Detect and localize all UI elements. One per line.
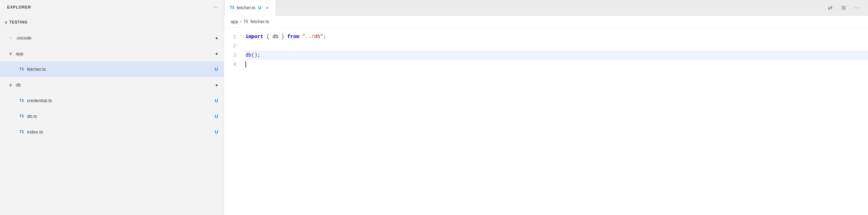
code-line-3: db (); (245, 51, 868, 60)
line-num-1: 1 (224, 32, 236, 41)
tab-bar: TS fetcher.ts U × ⇄ ⧉ ··· (224, 0, 868, 16)
sidebar: EXPLORER ··· ∨ TESTING › .vscode ● ∨ app… (0, 0, 224, 215)
testing-chevron: ∨ (4, 20, 8, 25)
db-ts-icon: TS (18, 114, 26, 119)
db-ts-badge: U (215, 114, 218, 119)
code-line-2 (245, 41, 868, 51)
punct-brace-close: } (278, 32, 287, 41)
punct-parens-semi: (); (252, 51, 260, 60)
fetcher-ts-icon: TS (18, 67, 26, 72)
index-badge: U (215, 129, 218, 135)
punct-space (299, 32, 302, 41)
breadcrumb: app > TS fetcher.ts (224, 16, 868, 28)
db-label: db (16, 82, 215, 88)
app-label: app (16, 51, 215, 56)
index-ts-icon: TS (18, 130, 26, 134)
sidebar-item-app[interactable]: ∨ app ● (0, 46, 224, 61)
db-badge: ● (215, 82, 218, 88)
credential-label: credential.ts (27, 98, 215, 103)
punct-brace-open: { (263, 32, 272, 41)
line-numbers: 1 2 3 4 (224, 28, 243, 215)
git-diff-button[interactable]: ⇄ (825, 2, 835, 13)
split-editor-button[interactable]: ⧉ (838, 2, 849, 13)
credential-badge: U (215, 98, 218, 103)
editor: TS fetcher.ts U × ⇄ ⧉ ··· app > TS fetch… (224, 0, 868, 215)
tab-close-button[interactable]: × (264, 5, 271, 11)
tab-unsaved-badge: U (258, 5, 261, 10)
vscode-label: .vscode (16, 35, 215, 41)
sidebar-item-db-ts[interactable]: TS db.ts U (0, 108, 224, 124)
breadcrumb-sep: > (240, 19, 242, 24)
sidebar-item-db[interactable]: ∨ db ● (0, 77, 224, 93)
tab-actions: ⇄ ⧉ ··· (825, 2, 868, 13)
code-area[interactable]: 1 2 3 4 import { db } from "../db" ; db (224, 28, 868, 215)
line-num-3: 3 (224, 51, 236, 60)
db-call: db (245, 51, 252, 60)
sidebar-item-credential[interactable]: TS credential.ts U (0, 93, 224, 108)
app-chevron: ∨ (7, 51, 14, 56)
db-identifier: db (272, 32, 279, 41)
vscode-chevron: › (7, 36, 14, 40)
sidebar-item-vscode[interactable]: › .vscode ● (0, 30, 224, 46)
from-keyword: from (287, 32, 300, 41)
fetcher-label: fetcher.ts (27, 67, 215, 72)
line-num-4: 4 (224, 60, 236, 69)
import-path: "../db" (302, 32, 323, 41)
breadcrumb-filename[interactable]: fetcher.ts (250, 19, 269, 24)
fetcher-badge: U (215, 67, 218, 72)
import-keyword: import (245, 32, 263, 41)
explorer-more-icon[interactable]: ··· (213, 4, 218, 10)
tab-ts-icon: TS (230, 5, 234, 10)
cursor (245, 61, 246, 68)
testing-label: TESTING (9, 20, 28, 24)
code-line-1: import { db } from "../db" ; (245, 32, 868, 41)
tab-fetcher[interactable]: TS fetcher.ts U × (225, 0, 276, 16)
sidebar-header: EXPLORER ··· (0, 0, 224, 14)
more-actions-button[interactable]: ··· (852, 2, 862, 13)
code-content[interactable]: import { db } from "../db" ; db (); (243, 28, 868, 215)
punct-semicolon-1: ; (323, 32, 326, 41)
code-line-4 (245, 60, 868, 69)
breadcrumb-app[interactable]: app (231, 19, 238, 24)
sidebar-item-fetcher[interactable]: TS fetcher.ts U (0, 61, 224, 77)
index-label: index.ts (27, 129, 215, 135)
tab-filename: fetcher.ts (237, 5, 255, 10)
vscode-badge: ● (215, 35, 218, 41)
app-badge: ● (215, 51, 218, 56)
db-ts-label: db.ts (27, 114, 215, 119)
section-testing[interactable]: ∨ TESTING (0, 14, 224, 30)
line-num-2: 2 (224, 41, 236, 51)
breadcrumb-ts-icon: TS (244, 19, 248, 24)
credential-ts-icon: TS (18, 98, 26, 103)
sidebar-item-index[interactable]: TS index.ts U (0, 124, 224, 140)
db-chevron: ∨ (7, 82, 14, 88)
explorer-title: EXPLORER (7, 5, 31, 9)
